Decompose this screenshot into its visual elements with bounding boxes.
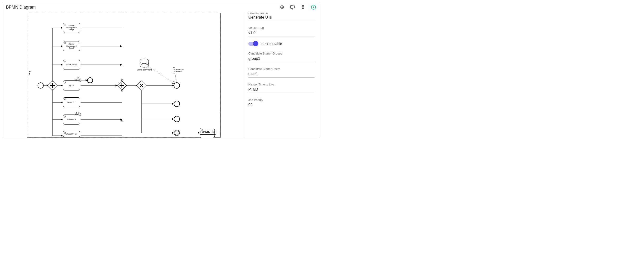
- bpmn-io-logo: BPMN.iO: [200, 130, 215, 135]
- svg-rect-9: [27, 13, 220, 137]
- end-event-2[interactable]: [174, 101, 180, 107]
- candidate-groups-input[interactable]: group1: [248, 56, 315, 62]
- send-icon[interactable]: [290, 5, 295, 10]
- candidate-users-input[interactable]: user1: [248, 71, 315, 78]
- is-executable-toggle[interactable]: [248, 42, 258, 46]
- version-tag-input[interactable]: v1.0: [248, 30, 315, 36]
- job-priority-input[interactable]: 99: [248, 102, 315, 108]
- task-label: Wizard Form: [63, 131, 80, 137]
- svg-text:some other
                com: some other comment: [174, 68, 184, 73]
- task-my-ut[interactable]: My UT: [63, 80, 80, 90]
- properties-panel: Process Name Generate UTs Version Tag v1…: [245, 13, 320, 138]
- lane-label: dog: [28, 71, 31, 75]
- bpmn-svg: Some comment some other comment: [27, 13, 221, 137]
- diagram-card: BPMN Diagram: [2, 2, 320, 138]
- history-ttl-input[interactable]: PT5D: [248, 87, 315, 93]
- end-event-3[interactable]: [174, 116, 180, 122]
- hourglass-icon[interactable]: [300, 5, 306, 10]
- svg-point-8: [313, 6, 314, 7]
- task-gen-form[interactable]: Gen Form: [63, 114, 80, 124]
- task-label: My UT: [63, 81, 80, 90]
- end-event-timer[interactable]: [88, 78, 93, 83]
- process-name-input[interactable]: Generate UTs: [248, 15, 315, 21]
- task-bg-script-1[interactable]: Scome Background Script: [63, 23, 80, 33]
- task-label: Scome Background Script: [63, 41, 80, 51]
- info-icon[interactable]: [311, 5, 316, 10]
- task-label: Some Script: [63, 60, 80, 70]
- intermediate-event[interactable]: [174, 130, 180, 136]
- end-event-1[interactable]: [174, 83, 180, 88]
- task-label: Scome Background Script: [63, 23, 80, 33]
- is-executable-label: Is Executable: [261, 42, 282, 46]
- task-some-st[interactable]: Some ST: [63, 97, 80, 107]
- target-icon[interactable]: [280, 5, 285, 10]
- card-title: BPMN Diagram: [6, 5, 36, 10]
- data-store-label: Some comment: [137, 69, 152, 71]
- task-label: Gen Form: [63, 115, 80, 124]
- task-some-script[interactable]: Some Script: [63, 60, 80, 70]
- field-label: Candidate Starter Groups: [248, 52, 315, 55]
- svg-point-1: [282, 7, 282, 8]
- diagram-canvas-wrap: Some comment some other comment: [2, 13, 245, 138]
- svg-point-29: [175, 131, 179, 135]
- exclusive-gateway[interactable]: [137, 81, 146, 90]
- start-event[interactable]: [38, 83, 44, 88]
- field-label: Process Name: [248, 13, 315, 15]
- field-label: Candidate Starter Users: [248, 67, 315, 71]
- parallel-gateway-split[interactable]: [48, 81, 57, 90]
- task-bg-script-2[interactable]: Scome Background Script: [63, 41, 80, 51]
- task-wizard-form[interactable]: Wizard Form: [63, 131, 80, 137]
- field-label: Job Priority: [248, 98, 315, 102]
- text-annotation[interactable]: some other comment: [173, 68, 184, 74]
- task-label: Some ST: [63, 98, 80, 107]
- parallel-gateway-join[interactable]: [117, 81, 127, 90]
- card-toolbar: [280, 5, 316, 10]
- card-header: BPMN Diagram: [2, 2, 320, 12]
- diagram-canvas[interactable]: Some comment some other comment: [26, 13, 220, 137]
- field-label: History Time to Live: [248, 83, 315, 86]
- data-store[interactable]: [140, 59, 148, 67]
- field-label: Version Tag: [248, 26, 315, 30]
